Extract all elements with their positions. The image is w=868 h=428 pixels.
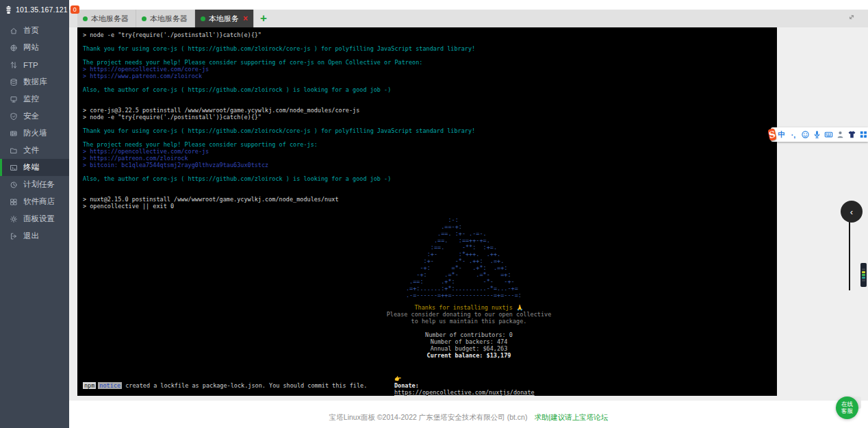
terminal-line: > bitcoin: bc1qlea7544qtsmj2rayg0lthvza9… xyxy=(83,162,777,168)
database-icon xyxy=(10,78,18,86)
ftp-icon xyxy=(10,61,18,69)
npm-segment-notice: notice xyxy=(98,382,122,389)
emoji-icon[interactable] xyxy=(800,130,810,140)
terminal-tabbar: 本地服务器本地服务器本地服务器×+ xyxy=(69,10,868,27)
terminal-line xyxy=(83,189,777,196)
terminal-line: Also, the author of core-js ( https://gi… xyxy=(83,175,777,182)
terminal-line: The project needs your help! Please cons… xyxy=(83,59,777,66)
sidebar-item-logout[interactable]: 退出 xyxy=(0,227,69,244)
donate-url-link[interactable]: https://opencollective.com/nuxtjs/donate xyxy=(394,389,535,396)
nuxt-stat-line: Number of backers: 474 xyxy=(366,338,572,345)
terminal-line xyxy=(83,52,777,59)
sidebar-item-sites[interactable]: 网站 xyxy=(0,39,69,56)
sidebar-item-home[interactable]: 首页 xyxy=(0,22,69,39)
online-support-button[interactable]: 在线客服 xyxy=(836,396,858,419)
terminal-line: > https://www.patreon.com/zloirock xyxy=(83,73,777,79)
shield-icon xyxy=(10,112,18,121)
microphone-icon[interactable] xyxy=(812,130,821,140)
server-status-dot xyxy=(83,16,88,21)
npm-notice-line: npmnotice created a lockfile as package-… xyxy=(83,382,777,389)
terminal-line: > node -e "try{require('./postinstall')}… xyxy=(83,32,777,38)
nuxt-donation-block: Thanks for installing nuxtjs 🙏 Please co… xyxy=(366,304,572,375)
sogou-input-toolbar: S 中·, xyxy=(771,127,868,142)
server-status-dot xyxy=(201,16,205,21)
nuxt-message-line: Please consider donating to our open col… xyxy=(366,311,572,318)
sidebar-item-label: 退出 xyxy=(23,231,39,241)
nuxt-stats: Number of contributors: 0Number of backe… xyxy=(366,331,572,359)
firewall-icon xyxy=(10,129,18,138)
globe-icon xyxy=(10,44,18,52)
sidebar-item-label: 安全 xyxy=(23,111,39,121)
nuxt-message-lines: Please consider donating to our open col… xyxy=(366,311,572,325)
fullscreen-toggle-icon[interactable] xyxy=(846,12,857,23)
drawer-edge-line xyxy=(849,218,850,290)
donate-label: Donate: xyxy=(394,382,419,389)
nuxt-stat-line: Number of contributors: 0 xyxy=(366,331,572,338)
chinese-mode-icon[interactable]: 中 xyxy=(777,130,787,140)
terminal-line xyxy=(83,93,777,100)
monitor-icon xyxy=(10,95,18,103)
terminal-line xyxy=(83,182,777,189)
terminal-line: > https://patreon.com/zloirock xyxy=(83,155,777,162)
bt-panel-logo-icon xyxy=(4,5,13,14)
sidebar-item-appstore[interactable]: 软件商店 xyxy=(0,193,69,210)
sidebar-item-label: FTP xyxy=(23,61,38,69)
sidebar-item-label: 监控 xyxy=(23,94,39,104)
terminal-line: > https://opencollective.com/core-js xyxy=(83,148,777,155)
person-icon[interactable] xyxy=(835,130,845,140)
chevron-left-icon: ‹ xyxy=(850,207,853,217)
sidebar-item-files[interactable]: 文件 xyxy=(0,142,69,159)
terminal-line: Thank you for using core-js ( https://gi… xyxy=(83,45,777,52)
terminal-line xyxy=(83,79,777,86)
sidebar-item-settings[interactable]: 面板设置 xyxy=(0,210,69,227)
nuxt-stat-line: Annual budget: $64,263 xyxy=(366,345,572,352)
close-tab-icon[interactable]: × xyxy=(243,14,248,23)
terminal-line: > core-js@3.22.5 postinstall /www/wwwroo… xyxy=(83,107,777,114)
message-count-badge[interactable]: 0 xyxy=(71,5,79,14)
sidebar-item-database[interactable]: 数据库 xyxy=(0,73,69,90)
sidebar-item-label: 防火墙 xyxy=(23,128,47,138)
npm-segment-plain: created a lockfile as package-lock.json.… xyxy=(122,382,367,389)
settings-icon xyxy=(10,215,18,223)
forum-help-link[interactable]: 求助|建议请上宝塔论坛 xyxy=(534,413,608,421)
sidebar-item-label: 数据库 xyxy=(23,77,47,87)
terminal-screen[interactable]: > node -e "try{require('./postinstall')}… xyxy=(77,27,777,396)
terminal-line xyxy=(83,168,777,175)
terminal-line: Also, the author of core-js ( https://gi… xyxy=(83,86,777,93)
sidebar-item-firewall[interactable]: 防火墙 xyxy=(0,125,69,142)
online-support-label: 在线客服 xyxy=(841,401,853,415)
terminal-line xyxy=(83,121,777,127)
keyboard-icon[interactable] xyxy=(824,130,833,140)
sidebar-item-label: 首页 xyxy=(23,25,39,36)
drawer-collapse-handle[interactable]: ‹ xyxy=(841,201,863,223)
sidebar-item-monitor[interactable]: 监控 xyxy=(0,90,69,108)
tab-server-2[interactable]: 本地服务器 xyxy=(136,10,195,27)
sogou-mini-statusbar[interactable] xyxy=(860,263,867,287)
footer: 宝塔Linux面板 ©2014-2022 广东堡塔安全技术有限公司 (bt.cn… xyxy=(69,413,868,423)
sidebar: 101.35.167.121 0 首页网站FTP数据库监控安全防火墙文件终端计划… xyxy=(0,0,69,428)
tab-label: 本地服务器 xyxy=(209,14,238,24)
tab-label: 本地服务器 xyxy=(150,14,188,24)
tab-server-3[interactable]: 本地服务器× xyxy=(195,10,254,27)
copyright-text: 宝塔Linux面板 ©2014-2022 广东堡塔安全技术有限公司 (bt.cn… xyxy=(329,413,528,421)
punctuation-icon[interactable]: ·, xyxy=(789,130,798,140)
sidebar-item-ftp[interactable]: FTP xyxy=(0,56,69,73)
sidebar-item-label: 文件 xyxy=(23,145,39,155)
skin-icon[interactable] xyxy=(847,130,856,140)
tab-server-1[interactable]: 本地服务器 xyxy=(77,10,136,27)
terminal-line xyxy=(83,210,777,216)
home-icon xyxy=(10,27,18,35)
sidebar-item-cron[interactable]: 计划任务 xyxy=(0,176,69,193)
pointing-finger-icon: 👉 xyxy=(394,375,402,382)
terminal-log: > node -e "try{require('./postinstall')}… xyxy=(83,32,777,216)
sidebar-item-label: 计划任务 xyxy=(23,179,55,190)
toolbox-icon[interactable] xyxy=(858,130,868,140)
sidebar-item-security[interactable]: 安全 xyxy=(0,108,69,125)
nuxt-stat-line: Current balance: $13,179 xyxy=(366,352,572,359)
sidebar-item-label: 网站 xyxy=(23,42,39,53)
sidebar-item-terminal[interactable]: 终端 xyxy=(0,159,69,176)
terminal-line: > node -e "try{require('./postinstall')}… xyxy=(83,114,777,121)
sidebar-item-label: 软件商店 xyxy=(23,197,55,207)
nuxt-message-line: to help us maintain this package. xyxy=(366,318,572,325)
add-tab-button[interactable]: + xyxy=(254,10,273,27)
